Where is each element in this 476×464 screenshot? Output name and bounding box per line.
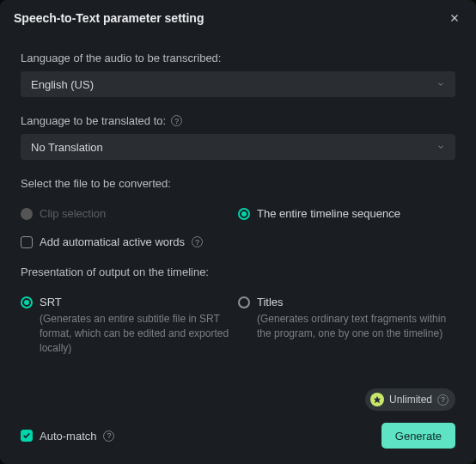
dialog-footer: Auto-match ? Generate — [0, 423, 476, 464]
help-icon[interactable]: ? — [171, 115, 182, 126]
transcribe-language-value: English (US) — [31, 78, 94, 91]
radio-circle-icon — [238, 208, 250, 220]
file-select-row: Clip selection The entire timeline seque… — [21, 207, 455, 220]
radio-titles-desc: (Generates ordinary text fragments withi… — [257, 312, 455, 341]
auto-match-label: Auto-match — [40, 430, 96, 443]
transcribe-label: Language of the audio to be transcribed: — [21, 52, 455, 64]
chevron-down-icon — [436, 143, 445, 151]
radio-srt[interactable]: SRT (Generates an entire subtitle file i… — [21, 296, 238, 355]
auto-words-checkbox[interactable] — [21, 236, 33, 248]
radio-timeline-label: The entire timeline sequence — [257, 207, 400, 220]
transcribe-language-select[interactable]: English (US) — [21, 71, 455, 97]
radio-circle-icon — [238, 296, 250, 308]
auto-match-row[interactable]: Auto-match ? — [21, 430, 114, 443]
translate-language-value: No Translation — [31, 141, 103, 154]
dialog-header: Speech-to-Text parameter setting — [0, 0, 476, 34]
unlimited-row: Unlimited ? — [21, 388, 455, 411]
help-icon[interactable]: ? — [437, 394, 449, 406]
close-icon — [449, 12, 461, 24]
dialog-title: Speech-to-Text parameter setting — [14, 11, 204, 25]
generate-button[interactable]: Generate — [381, 423, 455, 449]
radio-entire-timeline[interactable]: The entire timeline sequence — [238, 207, 455, 220]
presentation-row: SRT (Generates an entire subtitle file i… — [21, 296, 455, 355]
star-badge-icon — [370, 393, 384, 406]
auto-words-checkbox-row[interactable]: Add automatical active words ? — [21, 235, 455, 248]
translate-label: Language to be translated to: ? — [21, 114, 455, 127]
translate-language-select[interactable]: No Translation — [21, 134, 455, 160]
check-icon — [22, 431, 31, 440]
radio-clip-label: Clip selection — [40, 207, 106, 220]
radio-titles-label: Titles — [257, 296, 455, 308]
radio-titles[interactable]: Titles (Generates ordinary text fragment… — [238, 296, 455, 341]
presentation-label: Presentation of output on the timeline: — [21, 266, 455, 278]
svg-marker-2 — [374, 396, 381, 403]
close-button[interactable] — [447, 10, 462, 26]
unlimited-pill[interactable]: Unlimited ? — [365, 388, 455, 411]
help-icon[interactable]: ? — [192, 236, 203, 247]
radio-circle-icon — [21, 296, 33, 308]
file-select-label: Select the file to be converted: — [21, 177, 455, 190]
radio-circle-icon — [21, 208, 33, 220]
unlimited-label: Unlimited — [389, 394, 432, 406]
help-icon[interactable]: ? — [103, 430, 114, 442]
auto-match-checkbox[interactable] — [21, 430, 33, 442]
radio-clip-selection: Clip selection — [21, 207, 238, 220]
chevron-down-icon — [436, 80, 445, 89]
radio-srt-desc: (Generates an entire subtitle file in SR… — [40, 312, 238, 355]
stt-settings-dialog: Speech-to-Text parameter setting Languag… — [0, 0, 476, 464]
radio-srt-label: SRT — [40, 296, 238, 308]
dialog-body: Language of the audio to be transcribed:… — [0, 34, 476, 423]
auto-words-label: Add automatical active words — [40, 235, 185, 248]
